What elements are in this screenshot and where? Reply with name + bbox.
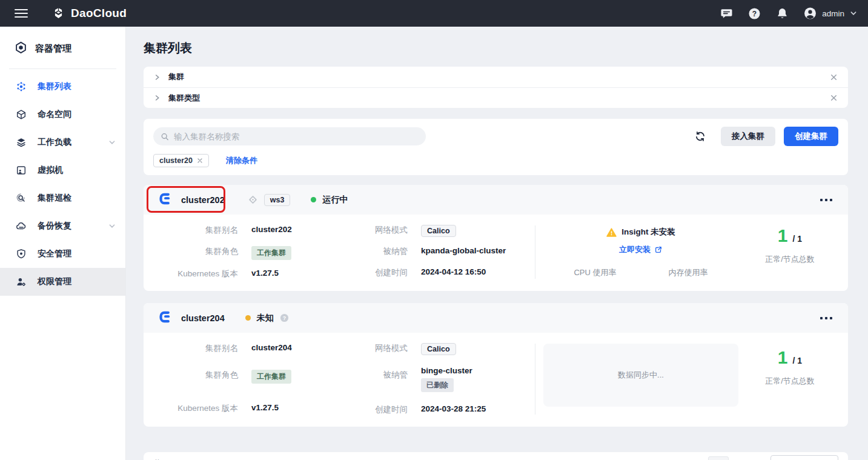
cluster-card-body: 集群别名 cluster202 集群角色 工作集群 Kubernetes 版本 … [144, 215, 848, 291]
menu-toggle-icon[interactable] [15, 9, 28, 18]
bell-icon[interactable] [776, 7, 789, 20]
svg-text:?: ? [283, 315, 286, 321]
sidebar-item-permissions[interactable]: 权限管理 [0, 268, 125, 296]
filter-label: 集群类型 [168, 93, 200, 104]
filter-chip: cluster20 [153, 154, 209, 167]
sidebar-item-cluster-list[interactable]: 集群列表 [0, 73, 125, 101]
topbar-actions: ? admin [720, 7, 857, 20]
data-syncing-box: 数据同步中... [543, 344, 738, 407]
workspace-group: ws3 [248, 194, 291, 206]
field-label: 创建时间 [353, 402, 408, 415]
cpu-usage-label: CPU 使用率 [574, 267, 616, 278]
field-value: v1.27.5 [251, 267, 279, 278]
field-label: 网络模式 [353, 223, 408, 236]
sidebar-item-cluster-inspection[interactable]: 集群巡检 [0, 184, 125, 212]
cluster-name[interactable]: cluster202 [181, 195, 225, 205]
pagination-bar: 共 2 项 / 1 10 项 [144, 452, 848, 460]
search-box [153, 127, 426, 145]
inspection-icon [16, 193, 27, 204]
data-syncing-text: 数据同步中... [618, 370, 664, 381]
user-name: admin [822, 9, 844, 18]
sidebar-item-security[interactable]: 安全管理 [0, 240, 125, 268]
chevron-right-icon [154, 74, 161, 81]
daocloud-logo-icon [52, 7, 65, 20]
status-help-icon[interactable]: ? [280, 313, 289, 322]
sidebar-item-workload[interactable]: 工作负载 [0, 128, 125, 156]
cluster-status: 未知 ? [245, 313, 289, 324]
avatar [804, 7, 817, 20]
nodes-section: 1 / 1 正常/节点总数 [746, 341, 833, 417]
more-actions-icon[interactable] [819, 195, 833, 205]
sidebar-item-backup-restore[interactable]: 备份恢复 [0, 212, 125, 240]
chip-close-icon[interactable] [197, 158, 203, 164]
search-icon [161, 132, 169, 141]
sidebar-item-label: 集群列表 [38, 81, 71, 92]
topbar: DaoCloud ? [0, 0, 868, 27]
page-title: 集群列表 [144, 40, 848, 56]
field-value: cluster202 [251, 223, 292, 234]
field-label: 集群角色 [158, 368, 238, 381]
install-now-link[interactable]: 立即安装 [619, 244, 651, 255]
cluster-card-header: cluster204 未知 ? [144, 303, 848, 333]
field-label: 集群角色 [158, 244, 238, 257]
field-label: 集群别名 [158, 341, 238, 354]
svg-text:?: ? [752, 9, 757, 18]
main-content: 集群列表 集群 集群类型 [126, 27, 868, 460]
cluster-name[interactable]: cluster204 [181, 313, 225, 323]
more-actions-icon[interactable] [819, 313, 833, 323]
search-input[interactable] [174, 132, 419, 141]
cluster-logo-icon [158, 310, 173, 327]
sidebar-item-virtual-machine[interactable]: 虚拟机 [0, 156, 125, 184]
nodes-section: 1 / 1 正常/节点总数 [746, 223, 833, 281]
sync-section: 数据同步中... [535, 341, 746, 417]
field-value: kpanda-global-cluster [421, 244, 506, 255]
page-number-input[interactable] [708, 456, 729, 460]
chevron-down-icon [850, 10, 857, 17]
sidebar-item-label: 权限管理 [38, 276, 71, 287]
message-icon[interactable] [720, 7, 733, 20]
network-tag: Calico [421, 225, 456, 237]
sidebar-item-label: 工作负载 [38, 137, 71, 148]
sidebar-item-namespace[interactable]: 命名空间 [0, 101, 125, 128]
field-value: 2024-03-28 21:25 [421, 402, 486, 413]
sidebar: 容器管理 集群列表 命名空间 工作负载 [0, 27, 126, 460]
field-value: binge-cluster [421, 366, 472, 375]
field-label: Kubernetes 版本 [158, 267, 238, 279]
help-icon[interactable]: ? [748, 7, 761, 20]
workspace-tag: ws3 [264, 194, 291, 206]
refresh-icon[interactable] [694, 130, 706, 142]
field-label: 集群别名 [158, 223, 238, 236]
memory-usage-label: 内存使用率 [669, 267, 708, 278]
filter-row-cluster[interactable]: 集群 [144, 67, 848, 87]
close-icon[interactable] [830, 73, 838, 81]
filter-row-cluster-type[interactable]: 集群类型 [144, 87, 848, 108]
user-gear-icon [16, 276, 27, 287]
cluster-logo-icon [158, 192, 173, 208]
close-icon[interactable] [830, 94, 838, 102]
insight-section: Insight 未安装 立即安装 CPU 使用率 内存使用率 [535, 223, 746, 281]
sidebar-module-title: 容器管理 [0, 27, 125, 67]
nodes-ready-count: 1 [778, 227, 788, 245]
cluster-card-header: cluster202 ws3 运行中 [144, 185, 848, 215]
clear-filters-link[interactable]: 清除条件 [226, 155, 257, 166]
sidebar-item-label: 集群巡检 [38, 193, 71, 204]
cluster-list-icon [16, 81, 27, 92]
brand: DaoCloud [52, 7, 127, 20]
field-value: cluster204 [251, 341, 292, 352]
network-tag: Calico [421, 343, 456, 355]
filter-panel: 集群 集群类型 [144, 67, 848, 108]
deleted-tag: 已删除 [421, 378, 454, 392]
role-tag: 工作集群 [251, 370, 291, 384]
join-cluster-button[interactable]: 接入集群 [721, 127, 775, 146]
sidebar-item-label: 命名空间 [38, 109, 71, 120]
create-cluster-button[interactable]: 创建集群 [784, 127, 838, 146]
field-label: 创建时间 [353, 265, 408, 278]
chevron-down-icon [108, 222, 116, 230]
status-dot [311, 197, 316, 202]
cluster-card-cluster204: cluster204 未知 ? 集群别名 cluster204 集群角色 工作 [144, 303, 848, 427]
role-tag: 工作集群 [251, 246, 291, 260]
filter-label: 集群 [168, 72, 184, 82]
page-size-select[interactable]: 10 项 [770, 455, 838, 460]
brand-name: DaoCloud [71, 7, 127, 20]
user-menu[interactable]: admin [804, 7, 857, 20]
